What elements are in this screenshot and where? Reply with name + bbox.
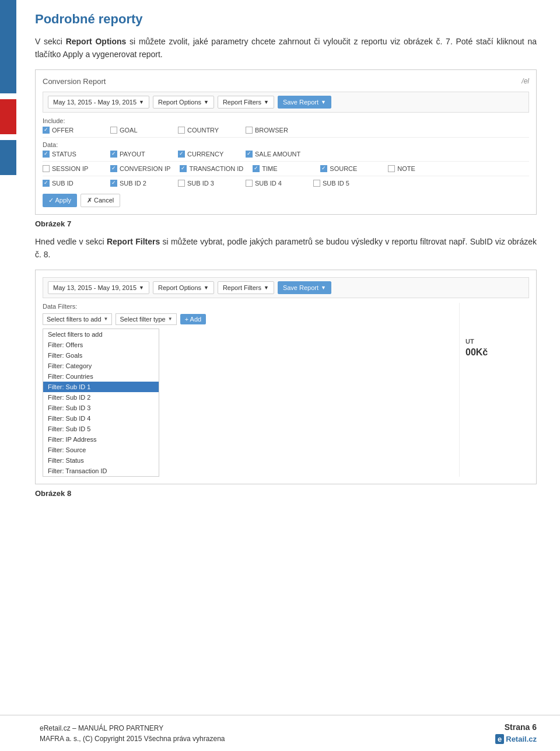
dropdown-item-12[interactable]: Filter: Status bbox=[43, 455, 159, 466]
footer-logo-text: Retail.cz bbox=[506, 735, 537, 743]
dropdown-item-3[interactable]: Filter: Category bbox=[43, 361, 159, 371]
dropdown-item-0[interactable]: Select filters to add bbox=[43, 329, 159, 340]
report-filters-arrow: ▼ bbox=[264, 99, 269, 105]
report-filters-btn[interactable]: Report Filters ▼ bbox=[218, 96, 274, 109]
filter-dropdown-list: Select filters to add Filter: Offers Fil… bbox=[43, 329, 159, 477]
dropdown-item-6[interactable]: Filter: Sub ID 2 bbox=[43, 392, 159, 403]
body-text-2-1: Hned vedle v sekci bbox=[35, 237, 107, 246]
logo-e-icon: e bbox=[495, 734, 504, 744]
dropdown-item-4[interactable]: Filter: Countries bbox=[43, 371, 159, 382]
cb-time[interactable]: TIME bbox=[253, 165, 311, 172]
s2-save-report-btn[interactable]: Save Report ▼ bbox=[278, 281, 331, 294]
dropdown-item-1[interactable]: Filter: Offers bbox=[43, 340, 159, 350]
dropdown-item-7[interactable]: Filter: Sub ID 3 bbox=[43, 403, 159, 413]
report-options-btn[interactable]: Report Options ▼ bbox=[153, 96, 214, 109]
cb-payout-label: PAYOUT bbox=[120, 151, 145, 158]
add-filter-button[interactable]: + Add bbox=[180, 314, 206, 324]
cb-subid1-label: SUB ID bbox=[52, 180, 74, 187]
cb-country[interactable]: COUNTRY bbox=[178, 127, 236, 134]
cb-browser-box bbox=[246, 127, 253, 134]
footer-left: eRetail.cz – MANUÁL PRO PARTNERY MAFRA a… bbox=[40, 723, 225, 744]
cb-sessionip-label: SESSION IP bbox=[52, 165, 88, 172]
apply-button[interactable]: ✓ Apply bbox=[43, 194, 77, 207]
dropdown-item-8[interactable]: Filter: Sub ID 4 bbox=[43, 413, 159, 424]
cb-currency[interactable]: CURRENCY bbox=[178, 151, 236, 158]
cb-browser[interactable]: BROWSER bbox=[246, 127, 304, 134]
select-type-arrow: ▼ bbox=[168, 316, 173, 322]
cb-subid5[interactable]: SUB ID 5 bbox=[313, 180, 372, 187]
action-row: ✓ Apply ✗ Cancel bbox=[43, 194, 529, 207]
dropdown-item-9[interactable]: Filter: Sub ID 5 bbox=[43, 424, 159, 434]
dropdown-item-10[interactable]: Filter: IP Address bbox=[43, 434, 159, 445]
cb-sessionip[interactable]: SESSION IP bbox=[43, 165, 101, 172]
cb-subid4[interactable]: SUB ID 4 bbox=[246, 180, 304, 187]
footer: eRetail.cz – MANUÁL PRO PARTNERY MAFRA a… bbox=[0, 715, 560, 751]
cb-saleamount[interactable]: SALE AMOUNT bbox=[246, 151, 304, 158]
footer-page: Strana 6 bbox=[505, 722, 537, 732]
cb-source-label: SOURCE bbox=[330, 165, 357, 172]
body-bold-2: Report Filters bbox=[107, 237, 160, 246]
select-type-dropdown[interactable]: Select filter type ▼ bbox=[116, 313, 176, 325]
dropdown-item-13[interactable]: Filter: Transaction ID bbox=[43, 466, 159, 476]
cb-country-box bbox=[178, 127, 185, 134]
save-report-label: Save Report bbox=[283, 99, 318, 106]
s2-date-range-arrow: ▼ bbox=[139, 285, 144, 291]
filters-col-left: Data Filters: Select filters to add ▼ Se… bbox=[43, 303, 459, 477]
cb-payout-box bbox=[110, 151, 117, 158]
dropdown-item-11[interactable]: Filter: Source bbox=[43, 445, 159, 455]
screenshot1-logo: /el bbox=[522, 77, 529, 85]
cb-saleamount-box bbox=[246, 151, 253, 158]
cb-subid3[interactable]: SUB ID 3 bbox=[178, 180, 236, 187]
cb-conversionip-box bbox=[110, 165, 117, 172]
report-options-arrow: ▼ bbox=[204, 99, 209, 105]
cb-currency-label: CURRENCY bbox=[187, 151, 223, 158]
data-out-label: UT bbox=[466, 338, 529, 345]
select-filters-dropdown[interactable]: Select filters to add ▼ bbox=[43, 313, 112, 325]
cb-conversionip-label: CONVERSION IP bbox=[120, 165, 170, 172]
dropdown-item-5[interactable]: Filter: Sub ID 1 bbox=[43, 382, 159, 392]
cb-note[interactable]: NOTE bbox=[388, 165, 446, 172]
footer-line2: MAFRA a. s., (C) Copyright 2015 Všechna … bbox=[40, 733, 225, 744]
cb-source[interactable]: SOURCE bbox=[320, 165, 379, 172]
intro-paragraph: V sekci Report Options si můžete zvolit,… bbox=[35, 35, 537, 61]
cb-subid1[interactable]: SUB ID bbox=[43, 180, 101, 187]
s2-report-filters-btn[interactable]: Report Filters ▼ bbox=[218, 281, 274, 294]
s2-date-range-btn[interactable]: May 13, 2015 - May 19, 2015 ▼ bbox=[48, 281, 149, 294]
data-filters-label: Data Filters: bbox=[43, 303, 459, 310]
cb-subid1-box bbox=[43, 180, 50, 187]
cancel-button[interactable]: ✗ Cancel bbox=[80, 194, 120, 207]
screenshot1-toolbar: May 13, 2015 - May 19, 2015 ▼ Report Opt… bbox=[43, 92, 529, 113]
screenshot1-box: Conversion Report /el May 13, 2015 - May… bbox=[35, 69, 537, 215]
s2-report-filters-label: Report Filters bbox=[223, 284, 261, 291]
s2-save-report-arrow: ▼ bbox=[321, 285, 326, 291]
cb-status[interactable]: STATUS bbox=[43, 151, 101, 158]
cb-time-label: TIME bbox=[262, 165, 277, 172]
date-range-label: May 13, 2015 - May 19, 2015 bbox=[53, 99, 136, 106]
date-range-btn[interactable]: May 13, 2015 - May 19, 2015 ▼ bbox=[48, 96, 149, 109]
cb-offer[interactable]: OFFER bbox=[43, 127, 101, 134]
filters-col-right: UT 00Kč bbox=[459, 303, 529, 477]
cb-source-box bbox=[320, 165, 327, 172]
cb-payout[interactable]: PAYOUT bbox=[110, 151, 169, 158]
cb-conversionip[interactable]: CONVERSION IP bbox=[110, 165, 170, 172]
select-filters-arrow: ▼ bbox=[104, 316, 108, 322]
cb-transactionid[interactable]: TRANSACTION ID bbox=[180, 165, 243, 172]
data-label: Data: bbox=[43, 141, 529, 148]
cb-offer-box bbox=[43, 127, 50, 134]
screenshot1-header: Conversion Report /el bbox=[43, 77, 529, 86]
screenshot1-title: Conversion Report bbox=[43, 77, 106, 86]
save-report-btn[interactable]: Save Report ▼ bbox=[278, 96, 331, 109]
cb-transactionid-box bbox=[180, 165, 187, 172]
intro-text-1: V sekci bbox=[35, 37, 66, 46]
cb-browser-label: BROWSER bbox=[255, 127, 288, 134]
cb-goal-label: GOAL bbox=[120, 127, 138, 134]
cb-subid2[interactable]: SUB ID 2 bbox=[110, 180, 169, 187]
figure8-label: Obrázek 8 bbox=[35, 489, 537, 498]
report-filters-label: Report Filters bbox=[223, 99, 261, 106]
cb-sessionip-box bbox=[43, 165, 50, 172]
s2-report-options-btn[interactable]: Report Options ▼ bbox=[153, 281, 214, 294]
cb-goal[interactable]: GOAL bbox=[110, 127, 169, 134]
dropdown-item-2[interactable]: Filter: Goals bbox=[43, 350, 159, 361]
bar-red bbox=[0, 99, 16, 134]
cb-subid4-box bbox=[246, 180, 253, 187]
